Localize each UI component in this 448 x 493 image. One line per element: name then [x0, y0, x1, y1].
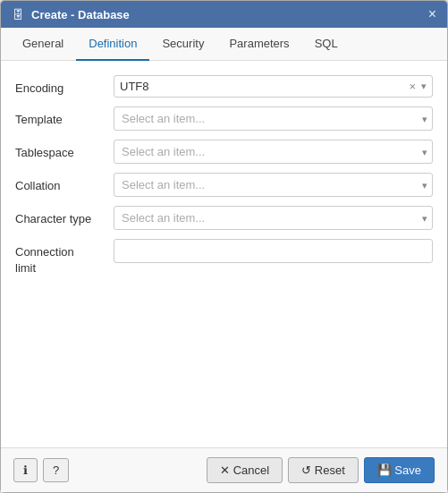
template-row: Template Select an item... ▾: [15, 106, 433, 131]
cancel-button[interactable]: ✕ Cancel: [207, 457, 283, 483]
character-type-select[interactable]: Select an item...: [114, 206, 433, 230]
character-type-row: Character type Select an item... ▾: [15, 206, 433, 230]
character-type-label: Character type: [15, 206, 114, 227]
help-button[interactable]: ?: [43, 458, 69, 482]
connection-limit-label: Connection limit: [15, 239, 114, 276]
connection-limit-input[interactable]: -1: [114, 239, 433, 263]
character-type-select-wrapper: Select an item... ▾: [114, 206, 433, 230]
footer-right-buttons: ✕ Cancel ↺ Reset 💾 Save: [207, 457, 435, 483]
dialog-title: Create - Database: [31, 8, 130, 21]
template-select-wrapper: Select an item... ▾: [114, 106, 433, 131]
tab-general[interactable]: General: [10, 28, 76, 61]
collation-select[interactable]: Select an item...: [114, 173, 433, 197]
footer-left-buttons: ℹ ?: [13, 458, 69, 482]
encoding-clear-button[interactable]: ×: [407, 80, 418, 93]
encoding-row: Encoding UTF8 × ▾: [15, 75, 433, 98]
collation-select-wrapper: Select an item... ▾: [114, 173, 433, 197]
encoding-label: Encoding: [15, 75, 114, 97]
connection-limit-control-wrap: -1: [114, 239, 433, 263]
create-database-dialog: 🗄 Create - Database × General Definition…: [0, 0, 448, 493]
close-button[interactable]: ×: [427, 7, 438, 21]
template-control-wrap: Select an item... ▾: [114, 106, 433, 131]
tab-security[interactable]: Security: [149, 28, 216, 61]
collation-control-wrap: Select an item... ▾: [114, 173, 433, 197]
info-icon: ℹ: [23, 463, 28, 477]
tab-bar: General Definition Security Parameters S…: [1, 28, 447, 61]
tab-parameters[interactable]: Parameters: [216, 28, 301, 61]
tab-sql[interactable]: SQL: [302, 28, 351, 61]
tab-definition[interactable]: Definition: [76, 28, 149, 61]
template-select[interactable]: Select an item...: [114, 106, 433, 131]
database-icon: 🗄: [10, 6, 26, 22]
tablespace-control-wrap: Select an item... ▾: [114, 140, 433, 164]
tablespace-select[interactable]: Select an item...: [114, 140, 433, 164]
help-icon: ?: [53, 463, 59, 477]
dialog-header: 🗄 Create - Database ×: [1, 1, 447, 28]
connection-limit-row: Connection limit -1: [15, 239, 433, 276]
tablespace-select-wrapper: Select an item... ▾: [114, 140, 433, 164]
reset-button[interactable]: ↺ Reset: [288, 457, 359, 483]
save-button[interactable]: 💾 Save: [364, 457, 435, 483]
info-button[interactable]: ℹ: [13, 458, 38, 482]
encoding-value: UTF8: [120, 80, 403, 93]
encoding-dropdown-arrow[interactable]: ▾: [421, 81, 427, 92]
character-type-control-wrap: Select an item... ▾: [114, 206, 433, 230]
collation-label: Collation: [15, 173, 114, 194]
encoding-control[interactable]: UTF8 × ▾: [114, 75, 433, 98]
tablespace-label: Tablespace: [15, 140, 114, 161]
dialog-footer: ℹ ? ✕ Cancel ↺ Reset 💾 Save: [1, 447, 447, 492]
template-label: Template: [15, 106, 114, 128]
header-left: 🗄 Create - Database: [10, 6, 130, 22]
tablespace-row: Tablespace Select an item... ▾: [15, 140, 433, 164]
encoding-control-wrap: UTF8 × ▾: [114, 75, 433, 98]
tab-content: Encoding UTF8 × ▾ Template Select an ite…: [1, 61, 447, 447]
collation-row: Collation Select an item... ▾: [15, 173, 433, 197]
